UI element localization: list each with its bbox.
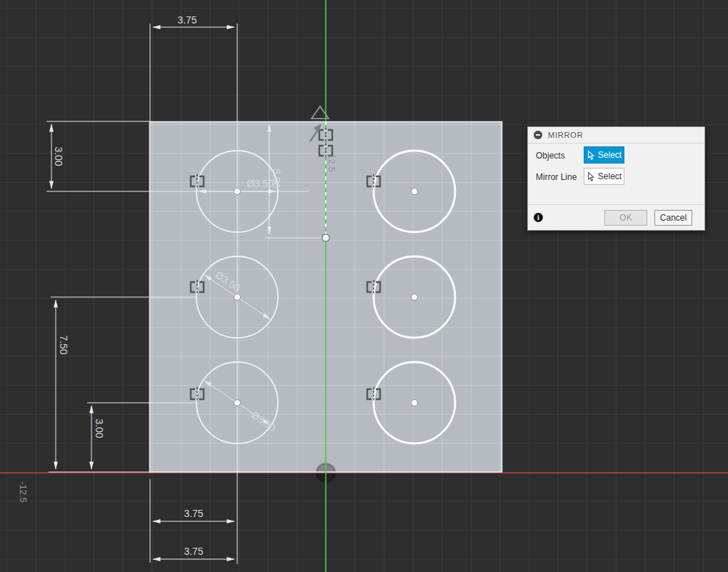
center-point[interactable] [234,400,241,406]
mirror-dialog: MIRROR Objects Select Mirror Line Select… [527,126,705,231]
ok-button[interactable]: OK [604,210,647,226]
dim-diameter-row3[interactable]: Ø3.50 [249,409,279,434]
dim-diameter-row1[interactable]: Ø3.50 [246,178,274,189]
objects-label: Objects [536,151,565,161]
dim-bottom-width-b[interactable]: 3.75 [184,546,203,557]
center-point[interactable] [234,189,241,195]
dim-center-offset[interactable]: 5.00 [271,169,282,188]
dialog-title: MIRROR [548,131,583,139]
grid-label-y: 12.5 [326,154,337,171]
dim-left-lower[interactable]: 3.00 [94,418,105,438]
cancel-button[interactable]: Cancel [654,210,692,226]
center-point[interactable] [412,400,418,406]
center-point[interactable] [234,294,241,301]
extension-lines [46,24,321,564]
info-icon[interactable]: i [534,213,543,222]
dialog-separator [528,204,704,205]
mirror-line-select-label: Select [598,171,622,181]
dim-left-upper[interactable]: 3.00 [53,146,64,166]
cad-viewport: 3.75 3.00 7.50 3.00 3.75 3.75 Ø3.50 5.00… [0,0,728,572]
dimension-lines [51,27,276,559]
mirror-dialog-header[interactable]: MIRROR [528,127,704,144]
mirror-line-select-button[interactable]: Select [584,168,624,185]
objects-select-button[interactable]: Select [584,146,624,164]
cursor-icon [587,150,595,161]
collapse-icon[interactable] [534,131,542,139]
grid-label-x: -12.5 [18,481,29,503]
dim-left-span[interactable]: 7.50 [58,335,69,354]
symmetry-constraint-icon[interactable] [367,280,380,294]
symmetry-constraint-icon[interactable] [367,174,380,189]
symmetry-constraints [191,128,380,401]
sketch-point[interactable] [322,234,329,241]
center-point[interactable] [412,189,418,195]
mirror-line-label: Mirror Line [536,172,577,182]
dim-top-width[interactable]: 3.75 [177,14,196,26]
cursor-icon [587,171,595,182]
objects-select-label: Select [598,150,622,160]
dim-diameter-row2[interactable]: Ø3.50 [214,269,243,294]
sketch-overlay: 3.75 3.00 7.50 3.00 3.75 3.75 Ø3.50 5.00… [0,0,728,572]
center-point[interactable] [412,294,418,301]
dim-bottom-width-a[interactable]: 3.75 [184,508,203,519]
